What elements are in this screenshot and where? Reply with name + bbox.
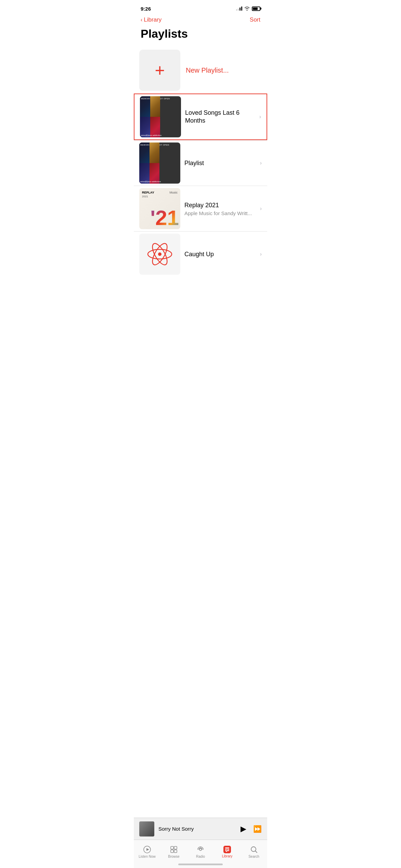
playlist-artwork: REPLAY2021 Music '21 <box>139 188 180 229</box>
playlist-artwork <box>139 142 180 184</box>
wifi-icon <box>244 7 250 11</box>
new-playlist-item[interactable]: + New Playlist... <box>134 47 267 94</box>
chevron-left-icon: ‹ <box>141 17 142 23</box>
list-item[interactable]: Playlist › <box>134 140 267 186</box>
back-label: Library <box>144 16 161 23</box>
page-title-section: Playlists <box>134 26 267 47</box>
status-bar: 9:26 <box>134 0 267 15</box>
back-button[interactable]: ‹ Library <box>141 16 161 23</box>
nav-header: ‹ Library Sort <box>134 15 267 26</box>
replay-label: REPLAY2021 <box>142 191 154 198</box>
list-item[interactable]: Loved Songs Last 6 Months › <box>134 94 267 140</box>
page-title: Playlists <box>141 27 260 40</box>
playlist-list: + New Playlist... Loved Songs Last 6 Mon… <box>134 47 267 277</box>
playlist-info: Loved Songs Last 6 Months <box>181 109 259 125</box>
playlist-artwork <box>139 234 180 275</box>
playlist-name: Replay 2021 <box>184 201 256 209</box>
playlist-name: Loved Songs Last 6 Months <box>185 109 255 125</box>
list-item[interactable]: REPLAY2021 Music '21 Replay 2021 Apple M… <box>134 186 267 231</box>
atom-icon <box>146 240 173 268</box>
chevron-right-icon: › <box>260 206 262 212</box>
playlist-artwork <box>140 96 181 137</box>
playlist-subtitle: Apple Music for Sandy Writt... <box>184 210 256 216</box>
battery-icon <box>252 7 260 11</box>
chevron-right-icon: › <box>260 160 262 166</box>
signal-icon <box>236 7 242 11</box>
playlist-info: Caught Up <box>180 250 260 258</box>
playlist-info: Playlist <box>180 159 260 167</box>
apple-music-logo: Music <box>169 191 178 194</box>
playlist-name: Caught Up <box>184 250 256 258</box>
new-playlist-label: New Playlist... <box>186 66 229 74</box>
sort-button[interactable]: Sort <box>250 16 260 23</box>
status-time: 9:26 <box>141 6 151 12</box>
playlist-info: Replay 2021 Apple Music for Sandy Writt.… <box>180 201 260 216</box>
status-icons <box>236 7 260 11</box>
chevron-right-icon: › <box>259 114 261 120</box>
playlist-name: Playlist <box>184 159 256 167</box>
list-item[interactable]: Caught Up › <box>134 231 267 277</box>
plus-icon: + <box>155 62 165 79</box>
new-playlist-icon: + <box>139 50 180 91</box>
svg-point-3 <box>158 252 161 256</box>
chevron-right-icon: › <box>260 251 262 257</box>
